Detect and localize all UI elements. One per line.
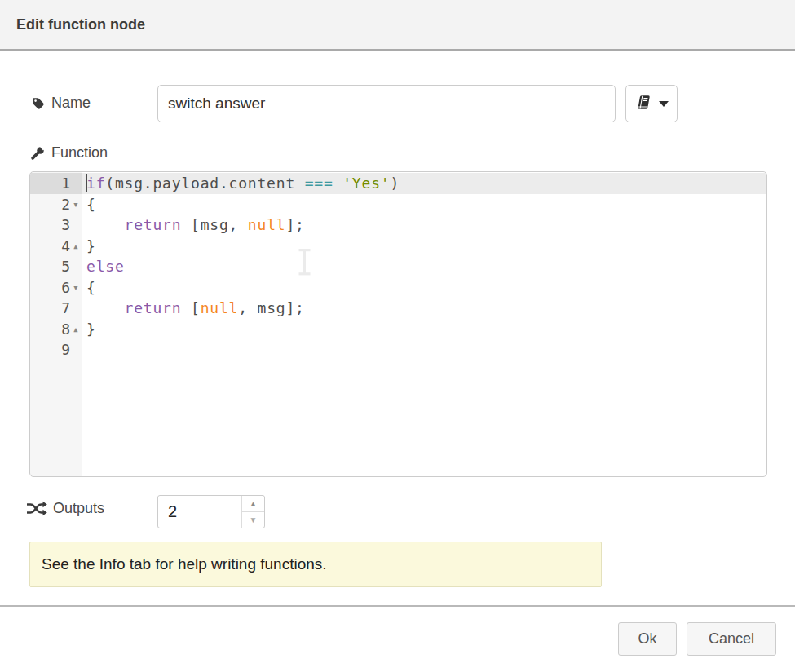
line-number[interactable]: 1: [30, 173, 82, 194]
tag-icon: [30, 95, 46, 111]
footer-divider: [0, 605, 795, 607]
name-input[interactable]: [157, 85, 616, 122]
wrench-icon: [29, 145, 46, 161]
name-label-text: Name: [51, 95, 91, 112]
spinner-down-button[interactable]: ▼: [242, 512, 264, 528]
line-number[interactable]: 4▴: [30, 236, 82, 257]
form-tip-text: See the Info tab for help writing functi…: [42, 555, 327, 573]
code-text[interactable]: else: [82, 256, 766, 277]
code-line[interactable]: 1if(msg.payload.content === 'Yes'): [30, 173, 766, 194]
function-code-editor[interactable]: 1if(msg.payload.content === 'Yes')2▾{3 r…: [29, 171, 767, 477]
ok-button[interactable]: Ok: [618, 622, 677, 656]
code-line[interactable]: 3 return [msg, null];: [30, 214, 766, 236]
line-number[interactable]: 5: [30, 256, 82, 277]
book-icon: [635, 94, 652, 114]
form-tip: See the Info tab for help writing functi…: [29, 542, 602, 587]
line-number[interactable]: 2▾: [30, 194, 82, 215]
line-number[interactable]: 9: [30, 339, 82, 360]
code-line[interactable]: 9: [30, 339, 766, 360]
code-line[interactable]: 4▴}: [30, 236, 766, 257]
code-line[interactable]: 5else: [30, 256, 766, 277]
code-line[interactable]: 7 return [null, msg];: [30, 298, 766, 319]
line-number[interactable]: 8▴: [30, 319, 82, 340]
code-text[interactable]: {: [82, 194, 766, 215]
code-text[interactable]: }: [82, 236, 766, 257]
code-text[interactable]: }: [82, 319, 766, 340]
code-line[interactable]: 6▾{: [30, 277, 766, 298]
function-label: Function: [29, 144, 108, 161]
code-text[interactable]: if(msg.payload.content === 'Yes'): [82, 173, 766, 194]
edit-function-node-dialog: Edit function node Name: [0, 0, 795, 672]
outputs-label-text: Outputs: [53, 500, 104, 517]
code-text[interactable]: return [msg, null];: [82, 214, 766, 236]
code-text[interactable]: return [null, msg];: [82, 298, 766, 319]
dialog-header: Edit function node: [0, 0, 795, 51]
line-number[interactable]: 6▾: [30, 277, 82, 298]
library-button[interactable]: [625, 85, 678, 122]
cancel-button[interactable]: Cancel: [687, 622, 776, 656]
code-text[interactable]: {: [82, 277, 766, 298]
text-caret: [86, 174, 87, 192]
function-label-text: Function: [51, 144, 108, 161]
outputs-input[interactable]: [158, 496, 241, 528]
outputs-spinner: ▲ ▼: [157, 495, 265, 528]
fold-close-icon[interactable]: ▴: [71, 236, 81, 257]
spinner-buttons: ▲ ▼: [241, 496, 264, 528]
line-number[interactable]: 7: [30, 298, 82, 319]
line-number[interactable]: 3: [30, 214, 82, 236]
fold-open-icon[interactable]: ▾: [71, 277, 81, 298]
outputs-label: Outputs: [26, 500, 104, 517]
dialog-title: Edit function node: [16, 0, 145, 49]
code-text[interactable]: [82, 339, 766, 360]
name-label: Name: [30, 95, 91, 112]
shuffle-icon: [26, 500, 47, 517]
caret-down-icon: [659, 101, 669, 107]
code-line[interactable]: 8▴}: [30, 319, 766, 340]
fold-close-icon[interactable]: ▴: [71, 319, 81, 340]
fold-open-icon[interactable]: ▾: [71, 194, 81, 215]
code-line[interactable]: 2▾{: [30, 194, 766, 215]
spinner-up-button[interactable]: ▲: [242, 496, 264, 512]
code-lines: 1if(msg.payload.content === 'Yes')2▾{3 r…: [30, 172, 766, 360]
